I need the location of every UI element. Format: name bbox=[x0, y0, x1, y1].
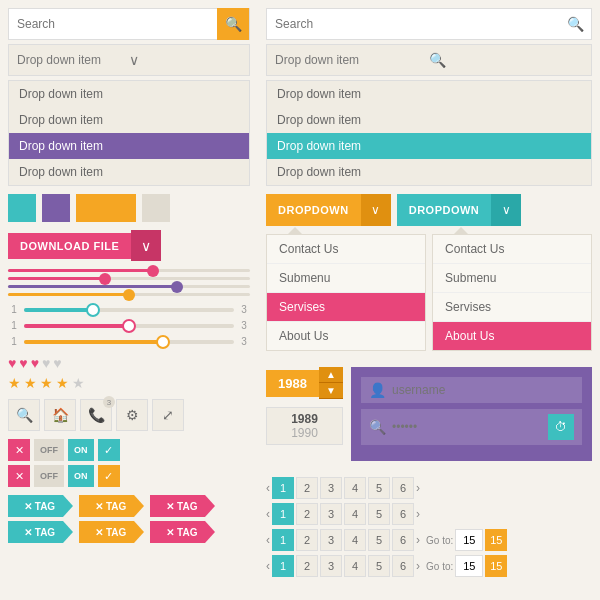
list-item[interactable]: Drop down item bbox=[9, 81, 249, 107]
page-btn-5c[interactable]: 5 bbox=[368, 529, 390, 551]
list-item[interactable]: Drop down item bbox=[267, 107, 591, 133]
tag-pink-2[interactable]: ✕ TAG bbox=[150, 521, 205, 543]
page-btn-6[interactable]: 6 bbox=[392, 477, 414, 499]
heart-4[interactable]: ♥ bbox=[42, 355, 50, 371]
menu-item[interactable]: Contact Us bbox=[267, 235, 425, 264]
toggle-x-1[interactable]: ✕ bbox=[8, 439, 30, 461]
page-prev-3[interactable]: ‹ bbox=[266, 533, 270, 547]
download-chevron-icon[interactable]: ∨ bbox=[131, 230, 161, 261]
slider-track-1[interactable] bbox=[8, 269, 250, 272]
list-item[interactable]: Drop down item bbox=[9, 159, 249, 185]
slider-track-4[interactable] bbox=[8, 293, 250, 296]
heart-1[interactable]: ♥ bbox=[8, 355, 16, 371]
page-btn-2[interactable]: 2 bbox=[296, 477, 318, 499]
dd-button-2[interactable]: DROPDOWN ∨ bbox=[397, 194, 522, 226]
tag-pink-1[interactable]: ✕ TAG bbox=[150, 495, 205, 517]
page-btn-4b[interactable]: 4 bbox=[344, 503, 366, 525]
tag-teal-1[interactable]: ✕ TAG bbox=[8, 495, 63, 517]
page-btn-4d[interactable]: 4 bbox=[344, 555, 366, 577]
page-prev-4[interactable]: ‹ bbox=[266, 559, 270, 573]
page-next-3[interactable]: › bbox=[416, 533, 420, 547]
list-item-active[interactable]: Drop down item bbox=[9, 133, 249, 159]
page-btn-4c[interactable]: 4 bbox=[344, 529, 366, 551]
menu-item[interactable]: About Us bbox=[267, 322, 425, 350]
download-button[interactable]: DOWNLOAD FILE bbox=[8, 233, 131, 259]
star-4[interactable]: ★ bbox=[56, 375, 69, 391]
home-icon-btn[interactable]: 🏠 bbox=[44, 399, 76, 431]
list-item[interactable]: Drop down item bbox=[267, 159, 591, 185]
step-track-3[interactable] bbox=[24, 340, 234, 344]
swatch-teal[interactable] bbox=[8, 194, 36, 222]
goto-input-1[interactable] bbox=[455, 529, 483, 551]
menu-item-active[interactable]: Servises bbox=[267, 293, 425, 322]
toggle-on-2[interactable]: ON bbox=[68, 465, 94, 487]
star-2[interactable]: ★ bbox=[24, 375, 37, 391]
settings-icon-btn[interactable]: ⚙ bbox=[116, 399, 148, 431]
search-input-1[interactable] bbox=[9, 17, 217, 31]
toggle-on-1[interactable]: ON bbox=[68, 439, 94, 461]
heart-3[interactable]: ♥ bbox=[31, 355, 39, 371]
page-btn-3b[interactable]: 3 bbox=[320, 503, 342, 525]
step-track-1[interactable] bbox=[24, 308, 234, 312]
tag-teal-2[interactable]: ✕ TAG bbox=[8, 521, 63, 543]
phone-icon-btn[interactable]: 📞 3 bbox=[80, 399, 112, 431]
spinner-down-btn[interactable]: ▼ bbox=[319, 383, 343, 399]
page-btn-3c[interactable]: 3 bbox=[320, 529, 342, 551]
page-btn-5d[interactable]: 5 bbox=[368, 555, 390, 577]
star-1[interactable]: ★ bbox=[8, 375, 21, 391]
page-btn-6d[interactable]: 6 bbox=[392, 555, 414, 577]
menu-item[interactable]: Submenu bbox=[267, 264, 425, 293]
page-btn-3d[interactable]: 3 bbox=[320, 555, 342, 577]
swatch-purple[interactable] bbox=[42, 194, 70, 222]
menu-item[interactable]: Contact Us bbox=[433, 235, 591, 264]
dd-button-1[interactable]: DROPDOWN ∨ bbox=[266, 194, 391, 226]
username-input[interactable] bbox=[392, 383, 574, 397]
list-item-active[interactable]: Drop down item bbox=[267, 133, 591, 159]
menu-item-active[interactable]: About Us bbox=[433, 322, 591, 350]
page-btn-3[interactable]: 3 bbox=[320, 477, 342, 499]
toggle-off-1[interactable]: OFF bbox=[34, 439, 64, 461]
search-button-1[interactable]: 🔍 bbox=[217, 8, 249, 40]
login-submit-btn[interactable]: ⏱ bbox=[548, 414, 574, 440]
page-btn-1c[interactable]: 1 bbox=[272, 529, 294, 551]
star-5[interactable]: ★ bbox=[72, 375, 85, 391]
search-icon-btn[interactable]: 🔍 bbox=[8, 399, 40, 431]
page-btn-1b[interactable]: 1 bbox=[272, 503, 294, 525]
expand-icon-btn[interactable]: ⤢ bbox=[152, 399, 184, 431]
search-input-2[interactable] bbox=[267, 17, 559, 31]
page-prev-1[interactable]: ‹ bbox=[266, 481, 270, 495]
spinner-up-btn[interactable]: ▲ bbox=[319, 367, 343, 383]
page-btn-6b[interactable]: 6 bbox=[392, 503, 414, 525]
dropdown-select-2[interactable]: Drop down item 🔍 bbox=[266, 44, 592, 76]
step-track-2[interactable] bbox=[24, 324, 234, 328]
menu-item[interactable]: Servises bbox=[433, 293, 591, 322]
search-button-2[interactable]: 🔍 bbox=[559, 8, 591, 40]
page-btn-4[interactable]: 4 bbox=[344, 477, 366, 499]
goto-btn-1[interactable]: 15 bbox=[485, 529, 507, 551]
page-btn-2b[interactable]: 2 bbox=[296, 503, 318, 525]
list-item[interactable]: Drop down item bbox=[9, 107, 249, 133]
star-3[interactable]: ★ bbox=[40, 375, 53, 391]
toggle-off-2[interactable]: OFF bbox=[34, 465, 64, 487]
page-next-2[interactable]: › bbox=[416, 507, 420, 521]
tag-orange-1[interactable]: ✕ TAG bbox=[79, 495, 134, 517]
password-input[interactable] bbox=[392, 420, 542, 434]
slider-track-2[interactable] bbox=[8, 277, 250, 280]
toggle-check-1[interactable]: ✓ bbox=[98, 439, 120, 461]
heart-5[interactable]: ♥ bbox=[53, 355, 61, 371]
page-btn-1d[interactable]: 1 bbox=[272, 555, 294, 577]
page-btn-2c[interactable]: 2 bbox=[296, 529, 318, 551]
page-next-1[interactable]: › bbox=[416, 481, 420, 495]
menu-item[interactable]: Submenu bbox=[433, 264, 591, 293]
page-next-4[interactable]: › bbox=[416, 559, 420, 573]
swatch-gray[interactable] bbox=[142, 194, 170, 222]
page-prev-2[interactable]: ‹ bbox=[266, 507, 270, 521]
goto-input-2[interactable] bbox=[455, 555, 483, 577]
toggle-x-2[interactable]: ✕ bbox=[8, 465, 30, 487]
tag-orange-2[interactable]: ✕ TAG bbox=[79, 521, 134, 543]
swatch-orange[interactable] bbox=[76, 194, 136, 222]
page-btn-5[interactable]: 5 bbox=[368, 477, 390, 499]
page-btn-5b[interactable]: 5 bbox=[368, 503, 390, 525]
page-btn-6c[interactable]: 6 bbox=[392, 529, 414, 551]
heart-2[interactable]: ♥ bbox=[19, 355, 27, 371]
